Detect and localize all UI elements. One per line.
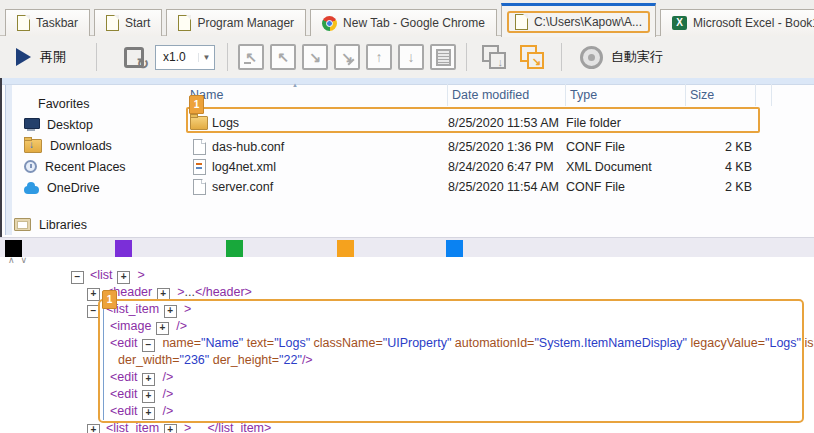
extract-pages-button[interactable]: ↓: [481, 44, 507, 70]
file-type: File folder: [566, 116, 686, 130]
arrow-top-left-button[interactable]: ↖: [270, 44, 296, 70]
sidebar-item-recent-places[interactable]: Recent Places: [14, 156, 179, 177]
column-header-type[interactable]: Type: [566, 84, 686, 106]
tab-label: New Tab - Google Chrome: [343, 16, 485, 30]
arrow-down-button[interactable]: ↓: [398, 44, 424, 70]
file-row-log4net-xml[interactable]: log4net.xml8/24/2020 6:47 PMXML Document…: [186, 157, 814, 177]
tab-program-manager[interactable]: Program Manager: [166, 9, 306, 36]
sidebar-scrollbar[interactable]: [5, 85, 12, 235]
tree-token-tag: <list: [90, 268, 116, 282]
expand-icon[interactable]: +: [164, 305, 177, 318]
tab-taskbar[interactable]: Taskbar: [5, 9, 90, 36]
column-header-name[interactable]: Name: [186, 84, 448, 106]
tree-token-tag: </header>: [195, 285, 252, 299]
file-row-das-hub-conf[interactable]: das-hub.conf8/25/2020 1:36 PMCONF File2 …: [186, 137, 814, 157]
tree-token-val: "UIProperty": [383, 336, 452, 350]
file-row-logs[interactable]: Logs8/25/2020 11:53 AMFile folder: [186, 113, 814, 133]
sidebar-item-desktop[interactable]: Desktop: [14, 114, 179, 135]
sidebar-item-libraries[interactable]: Libraries: [14, 214, 179, 235]
element-tree: ∧∨ −<list + >+<header + >...</header>−<l…: [0, 257, 814, 433]
tree-node-line-7[interactable]: <edit + />: [0, 386, 814, 403]
row-highlight-badge: 1: [189, 95, 204, 114]
column-header-size[interactable]: Size: [686, 84, 756, 106]
sidebar-item-label: Downloads: [50, 139, 112, 153]
tab-google-chrome[interactable]: New Tab - Google Chrome: [310, 9, 497, 36]
sidebar-item-label: Desktop: [47, 118, 93, 132]
refresh-button[interactable]: [123, 45, 147, 69]
tab-label: Program Manager: [197, 16, 294, 30]
chrome-icon: [322, 16, 337, 31]
tree-node-line-6[interactable]: <edit + />: [0, 369, 814, 386]
document-icon: [106, 15, 119, 31]
tab-focus-ring: C:\Users\Kapow\A...: [507, 11, 650, 33]
tree-token-tag: />: [159, 370, 173, 384]
reload-tree-button[interactable]: ↘: [519, 44, 545, 70]
file-name: Logs: [212, 116, 448, 130]
excel-icon: X: [672, 16, 687, 30]
tree-token-val: "236": [180, 353, 210, 367]
tree-node-line-2[interactable]: −<list_item + >: [0, 301, 814, 318]
document-icon: [17, 15, 30, 31]
file-row-server-conf[interactable]: server.conf8/25/2020 11:54 AMCONF File2 …: [186, 177, 814, 197]
sidebar-item-onedrive[interactable]: OneDrive: [14, 177, 179, 198]
file-date-modified: 8/24/2020 6:47 PM: [448, 160, 566, 174]
tree-token-tag: />: [159, 387, 173, 401]
collapse-icon[interactable]: −: [142, 339, 155, 352]
column-header-date-modified[interactable]: Date modified: [448, 84, 566, 106]
file-icon-cell: [186, 159, 212, 175]
copy-page-button[interactable]: [430, 44, 456, 70]
tree-node-line-3[interactable]: <image + />: [0, 318, 814, 335]
tree-token-tag: />: [302, 353, 313, 367]
tree-node-line-0[interactable]: −<list + >: [0, 267, 814, 284]
expand-icon[interactable]: +: [156, 322, 169, 335]
file-type: CONF File: [566, 140, 686, 154]
expand-icon[interactable]: +: [117, 271, 130, 284]
tree-node-line-1[interactable]: +<header + >...</header>: [0, 284, 814, 301]
folder-icon: [190, 116, 208, 130]
expand-icon[interactable]: +: [164, 424, 177, 433]
cloud-icon: [24, 186, 39, 194]
play-icon: [16, 48, 31, 66]
tree-token-tag: <edit: [110, 387, 141, 401]
expand-icon[interactable]: +: [142, 373, 155, 386]
resume-button[interactable]: 再開: [16, 48, 66, 66]
splitter-chevrons[interactable]: ∧∨: [8, 257, 33, 265]
toolbar-separator: [561, 43, 562, 71]
arrow-into-icon: ↘: [532, 55, 541, 68]
tree-token-attr: der_width=: [118, 353, 180, 367]
tree-token-attr: der_height=: [209, 353, 279, 367]
document-lines-icon: [436, 49, 451, 66]
arrow-up-button[interactable]: ↑: [366, 44, 392, 70]
tree-token-tag: <list_item: [106, 421, 163, 433]
sort-ascending-icon: ▲: [292, 82, 298, 88]
expand-icon[interactable]: +: [157, 288, 170, 301]
tree-node-line-9[interactable]: +<list_item + ></list_item>: [0, 420, 814, 433]
sidebar-item-downloads[interactable]: Downloads: [14, 135, 179, 156]
column-header-spacer: [756, 84, 772, 106]
tree-node-line-5[interactable]: der_width="236" der_height="22"/>: [0, 352, 814, 369]
arrow-out-top-left-button[interactable]: ↖: [238, 44, 264, 70]
resume-label: 再開: [40, 48, 66, 66]
expand-icon[interactable]: +: [142, 390, 155, 403]
expand-icon[interactable]: +: [142, 407, 155, 420]
tab-microsoft-excel[interactable]: X Microsoft Excel - Book1.xlsx: [660, 9, 814, 36]
tree-node-line-8[interactable]: <edit + />: [0, 403, 814, 420]
expand-icon[interactable]: +: [87, 288, 100, 301]
tree-node-line-4[interactable]: <edit − name="Name" text="Logs" classNam…: [0, 335, 814, 352]
tree-token-attr: automationId=: [451, 336, 534, 350]
sidebar-item-favorites[interactable]: Favorites: [14, 93, 179, 114]
arrow-bottom-right-button[interactable]: ↘: [302, 44, 328, 70]
file-size: 2 KB: [686, 180, 756, 194]
zoom-select[interactable]: x1.0 ▼: [155, 45, 215, 70]
arrow-into-bottom-right-button[interactable]: ↘: [334, 44, 360, 70]
auto-run-radio[interactable]: [580, 46, 603, 69]
arrow-top-left-icon: ↖: [277, 49, 289, 65]
xml-icon: [193, 159, 206, 175]
tab-file-explorer-active[interactable]: C:\Users\Kapow\A...: [501, 3, 656, 37]
collapse-icon[interactable]: −: [87, 305, 100, 318]
tab-start[interactable]: Start: [94, 9, 162, 36]
arrow-down-icon: ↓: [408, 49, 415, 65]
window-left-edge: [0, 78, 2, 237]
collapse-icon[interactable]: −: [71, 271, 84, 284]
expand-icon[interactable]: +: [87, 424, 100, 433]
